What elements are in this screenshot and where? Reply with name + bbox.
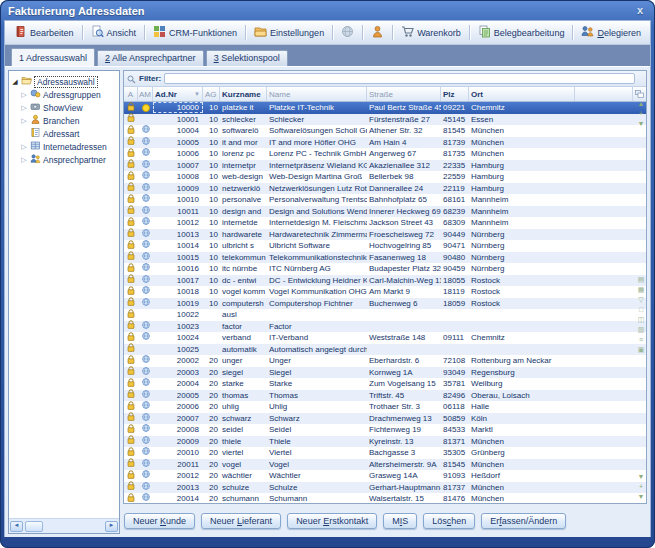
- scrollbar-thumb[interactable]: [25, 521, 43, 532]
- grid-tool-icon[interactable]: □: [639, 305, 643, 315]
- table-row[interactable]: 2001320schulzeSchulzeGerhart-Hauptmann-R…: [124, 482, 646, 494]
- delegieren-button[interactable]: Delegieren: [576, 23, 646, 42]
- tree-item-branchen[interactable]: ▷ Branchen: [20, 114, 117, 127]
- einstellungen-button[interactable]: Einstellungen: [249, 23, 329, 42]
- filter-input[interactable]: [164, 73, 635, 84]
- table-row[interactable]: 2000320siegelSiegelKornweg 1A93049Regens…: [124, 367, 646, 379]
- table-row[interactable]: 2001120vogelVogelAltersheimerstr. 9A8154…: [124, 459, 646, 471]
- table-row[interactable]: 1000910netzwerklöNetzwerklösungen Lutz R…: [124, 183, 646, 195]
- internet-marker-icon: [138, 298, 153, 309]
- scroll-tools-top[interactable]: ▲+▼: [638, 99, 645, 129]
- column-header-strasse[interactable]: Straße: [367, 87, 441, 101]
- erfassen-aendern-button[interactable]: Erfassen/Ändern: [481, 513, 566, 529]
- collapse-icon[interactable]: ◢: [11, 78, 19, 86]
- column-header-am[interactable]: AM: [138, 87, 153, 101]
- table-row[interactable]: 1001610itc nürnbeITC Nürnberg AGBudapest…: [124, 263, 646, 275]
- scroll-left-icon[interactable]: ◄: [10, 521, 23, 532]
- scroll-tools-bottom[interactable]: ▼+▼: [638, 472, 645, 502]
- globe-tool-button[interactable]: [336, 23, 359, 42]
- scroll-right-icon[interactable]: ►: [105, 521, 118, 532]
- expand-icon[interactable]: ▷: [20, 117, 28, 125]
- mis-button[interactable]: MIS: [383, 513, 417, 529]
- tab-alle-ansprechpartner[interactable]: 2 Alle Ansprechpartner: [97, 50, 204, 66]
- tab-selektionspool[interactable]: 3 Selektionspool: [206, 50, 288, 66]
- tree-item-internetadressen[interactable]: ▷ Internetadressen: [20, 140, 117, 153]
- table-row[interactable]: 1000010platzke itPlatzke IT-TechnikPaul …: [124, 102, 646, 114]
- neuer-kunde-button[interactable]: Neuer Kunde: [124, 513, 195, 529]
- expand-icon[interactable]: ▷: [20, 156, 28, 164]
- table-row[interactable]: 10025automatikAutomatisch angelegt durch…: [124, 344, 646, 356]
- table-row[interactable]: 2000720schwarzSchwarzDrachmenweg 1350859…: [124, 413, 646, 425]
- cell-name: Hardwaretechnik Zimmerman OHG: [267, 229, 367, 240]
- table-row[interactable]: 2000420starkeStarkeZum Vogelsang 1535781…: [124, 378, 646, 390]
- bearbeiten-button[interactable]: Bearbeiten: [9, 23, 79, 42]
- crm-funktionen-button[interactable]: CRM-Funktionen: [148, 23, 242, 42]
- tab-adressauswahl[interactable]: 1 Adressauswahl: [11, 48, 95, 66]
- grid-tool-icon[interactable]: ▼: [638, 472, 645, 482]
- grid-tool-icon[interactable]: +: [639, 482, 643, 492]
- warenkorb-button[interactable]: Warenkorb: [396, 23, 466, 42]
- grid-tool-icon[interactable]: ▦: [638, 285, 645, 295]
- table-row[interactable]: 2000520thomasThomasTriftstr. 4582496Ober…: [124, 390, 646, 402]
- tree-horizontal-scrollbar[interactable]: ◄ ►: [9, 518, 119, 533]
- ansicht-button[interactable]: Ansicht: [86, 23, 142, 42]
- grid-tool-icon[interactable]: ▥: [638, 325, 645, 335]
- tree-item-adressgruppen[interactable]: ▷ Adressgruppen: [20, 88, 117, 101]
- column-header-lock[interactable]: A: [124, 87, 138, 101]
- table-row[interactable]: 1001910computershComputershop FichtnerBu…: [124, 298, 646, 310]
- table-row[interactable]: 2001220wächtlerWächtlerGrasweg 14A91093H…: [124, 470, 646, 482]
- table-row[interactable]: 1001810vogel kommVogel Kommunikation OHG…: [124, 286, 646, 298]
- belegbearbeitung-button[interactable]: Belegbearbeitung: [473, 23, 570, 42]
- tree-root-adressauswahl[interactable]: ◢ Adressauswahl: [11, 75, 117, 88]
- expand-icon[interactable]: ▷: [20, 91, 28, 99]
- table-row[interactable]: 1000510it and morIT and more Höfler OHGA…: [124, 137, 646, 149]
- table-row[interactable]: 10022ausl: [124, 309, 646, 321]
- tree-item-ansprechpartner[interactable]: ▷ Ansprechpartner: [20, 153, 117, 166]
- column-header-ag[interactable]: AG: [203, 87, 220, 101]
- column-header-kurzname[interactable]: Kurzname: [220, 87, 267, 101]
- table-row[interactable]: 2000620uhligUhligTrothaer Str. 306118Hal…: [124, 401, 646, 413]
- table-row[interactable]: 1000410softwarelöSoftwarelösungen Scholl…: [124, 125, 646, 137]
- table-row[interactable]: 2000920thieleThieleKyreinstr. 1381371Mün…: [124, 436, 646, 448]
- grid-tool-icon[interactable]: ▽: [638, 295, 643, 305]
- table-row[interactable]: 1001510telekommunTelekommunikationstechn…: [124, 252, 646, 264]
- grid-tool-icon[interactable]: ≡: [639, 335, 643, 345]
- neuer-lieferant-button[interactable]: Neuer Lieferant: [201, 513, 281, 529]
- table-row[interactable]: 1001110design andDesign and Solutions We…: [124, 206, 646, 218]
- table-row[interactable]: 10024verbandIT-VerbandWeststraße 1480911…: [124, 332, 646, 344]
- grid-tool-icon[interactable]: ▣: [638, 345, 645, 355]
- grid-tool-icon[interactable]: ▼: [638, 119, 645, 129]
- grid-tool-icon[interactable]: +: [639, 109, 643, 119]
- expand-icon[interactable]: ▷: [20, 143, 28, 151]
- grid-tools-middle[interactable]: ▤▦▽□◫▥≡▣: [638, 275, 645, 355]
- table-row[interactable]: 1001310hardwareteHardwaretechnik Zimmerm…: [124, 229, 646, 241]
- table-row[interactable]: 2001420schumannSchumannWalsertalstr. 158…: [124, 493, 646, 503]
- table-row[interactable]: 1000710internetprInternetpräsenz Wieland…: [124, 160, 646, 172]
- column-header-plz[interactable]: Plz: [441, 87, 469, 101]
- close-icon[interactable]: x: [634, 5, 646, 16]
- table-row[interactable]: 2000820seidelSeidelFichtenweg 1984533Mar…: [124, 424, 646, 436]
- column-header-adnr[interactable]: Ad.Nr▼: [153, 87, 203, 101]
- neuer-erstkontakt-button[interactable]: Neuer Erstkontakt: [287, 513, 377, 529]
- expand-icon[interactable]: ▷: [20, 104, 28, 112]
- benutzer-button[interactable]: [366, 23, 389, 42]
- loeschen-button[interactable]: Löschen: [423, 513, 475, 529]
- grid-tool-icon[interactable]: ▤: [638, 275, 645, 285]
- table-row[interactable]: 1001410ulbricht sUlbricht SoftwareHochvo…: [124, 240, 646, 252]
- table-row[interactable]: 1000810web-designWeb-Design Martina Groß…: [124, 171, 646, 183]
- grid-tool-icon[interactable]: ▼: [638, 492, 645, 502]
- table-row[interactable]: 1000610lorenz pcLorenz PC - Technik GmbH…: [124, 148, 646, 160]
- table-row[interactable]: 1001210internetdeInternetdesign M. Fleis…: [124, 217, 646, 229]
- column-header-name[interactable]: Name: [267, 87, 367, 101]
- table-row[interactable]: 2001020viertelViertelBachgasse 335305Grü…: [124, 447, 646, 459]
- table-row[interactable]: 1001010personalvePersonalverwaltung Tren…: [124, 194, 646, 206]
- tree-item-showview[interactable]: ▷ ShowView: [20, 101, 117, 114]
- grid-tool-icon[interactable]: ▲: [638, 99, 645, 109]
- table-row[interactable]: 1001710dc - entwiDC - Entwicklung Heidne…: [124, 275, 646, 287]
- table-row[interactable]: 10023factorFactor: [124, 321, 646, 333]
- table-row[interactable]: 2000220ungerUngerEberhardstr. 672108Rott…: [124, 355, 646, 367]
- grid-tool-icon[interactable]: ◫: [638, 315, 645, 325]
- column-header-ort[interactable]: Ort: [469, 87, 575, 101]
- table-row[interactable]: 1000110schleckerSchleckerFürstenstraße 2…: [124, 114, 646, 126]
- tree-item-adressart[interactable]: Adressart: [20, 127, 117, 140]
